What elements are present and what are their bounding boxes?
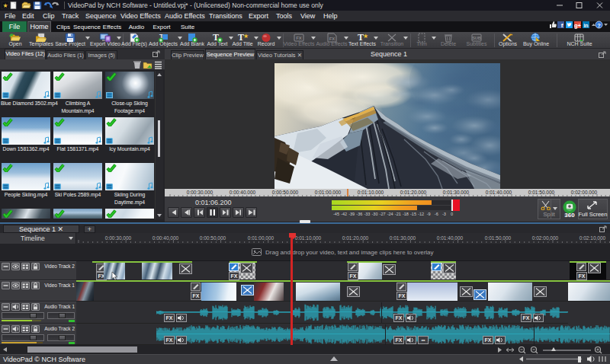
svg-text:0:01:20,000: 0:01:20,000 — [342, 235, 369, 241]
svg-text:0:02:00,000: 0:02:00,000 — [532, 235, 559, 241]
svg-text:0:02:00.000: 0:02:00.000 — [571, 190, 598, 195]
svg-text:0:02:10,000: 0:02:10,000 — [580, 235, 606, 241]
svg-text:-24: -24 — [387, 212, 393, 216]
svg-text:-3: -3 — [442, 212, 446, 216]
svg-text:-9: -9 — [427, 212, 431, 216]
svg-text:FX: FX — [329, 37, 336, 41]
svg-text:0:01:50,000: 0:01:50,000 — [485, 235, 512, 241]
svg-text:0:00:40.000: 0:00:40.000 — [230, 190, 256, 195]
svg-text:-30: -30 — [372, 212, 378, 216]
svg-text:-21: -21 — [395, 212, 401, 216]
svg-text:360: 360 — [564, 212, 575, 219]
svg-text:-27: -27 — [380, 212, 386, 216]
svg-text:-15: -15 — [410, 212, 416, 216]
svg-text:0:00:40,000: 0:00:40,000 — [152, 235, 179, 241]
svg-text:★: ★ — [363, 33, 368, 40]
svg-text:★: ★ — [2, 2, 8, 9]
svg-text:0:01:00,000: 0:01:00,000 — [248, 235, 274, 241]
svg-text:-33: -33 — [364, 212, 370, 216]
svg-text:0:01:30.000: 0:01:30.000 — [443, 190, 470, 195]
svg-text:in: in — [583, 23, 588, 28]
svg-text:-36: -36 — [356, 212, 362, 216]
svg-text:0:01:40.000: 0:01:40.000 — [486, 190, 512, 195]
svg-text:0:00:50,000: 0:00:50,000 — [200, 235, 226, 241]
svg-text:f: f — [561, 22, 563, 29]
svg-text:0: 0 — [451, 212, 453, 216]
svg-text:FX: FX — [296, 36, 302, 40]
svg-text:-42: -42 — [341, 212, 347, 216]
svg-text:0:01:50.000: 0:01:50.000 — [528, 190, 555, 195]
svg-text:SUB: SUB — [472, 36, 481, 40]
svg-text:0:00:30,000: 0:00:30,000 — [105, 235, 132, 241]
svg-text:-39: -39 — [348, 212, 355, 216]
svg-text:-6: -6 — [435, 212, 438, 216]
svg-text:0:01:10.000: 0:01:10.000 — [358, 190, 384, 195]
svg-text:-12: -12 — [418, 212, 424, 216]
svg-text:-18: -18 — [403, 212, 409, 216]
svg-text:0:01:30,000: 0:01:30,000 — [390, 235, 416, 241]
svg-text:0:01:00.000: 0:01:00.000 — [315, 190, 342, 195]
svg-text:-45: -45 — [333, 212, 339, 216]
svg-text:0:01:10,000: 0:01:10,000 — [295, 235, 322, 241]
svg-text:0:01:20.000: 0:01:20.000 — [400, 190, 427, 195]
svg-text:0:01:40,000: 0:01:40,000 — [437, 235, 464, 241]
svg-text:0:00:50.000: 0:00:50.000 — [272, 190, 299, 195]
svg-text:★: ★ — [243, 33, 249, 40]
svg-text:?: ? — [597, 22, 601, 29]
svg-text:0:00:30.000: 0:00:30.000 — [187, 190, 214, 195]
svg-text:g+: g+ — [574, 22, 582, 29]
